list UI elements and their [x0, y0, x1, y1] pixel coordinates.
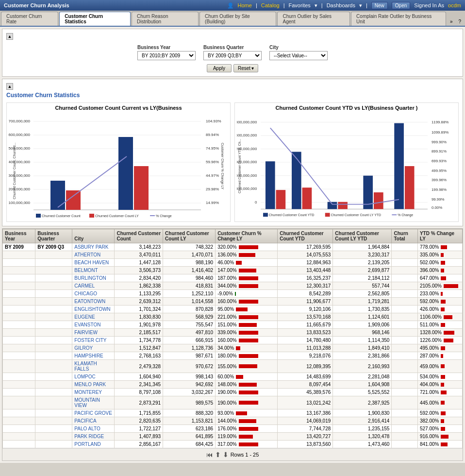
cell-city[interactable]: PARK RIDGE	[72, 433, 115, 441]
cell-churned-ytd: 14,069,019	[278, 417, 333, 425]
city-link[interactable]: PACIFICA	[74, 418, 96, 424]
city-link[interactable]: KLAMATH FALLS	[74, 361, 97, 372]
city-link[interactable]: FAIRVIEW	[74, 330, 98, 335]
business-year-select[interactable]: BY 2010;BY 2009	[137, 51, 196, 60]
cell-city[interactable]: ASBURY PARK	[72, 243, 115, 251]
cell-city[interactable]: MONTEREY	[72, 389, 115, 396]
tab-churn-outlier-site[interactable]: Churn Outlier by Site (Building)	[199, 12, 276, 26]
chart2-bar4b	[374, 192, 383, 209]
cell-churned-ly-ytd: 2,916,414	[333, 417, 392, 425]
cell-city[interactable]: CARMEL	[72, 282, 115, 290]
new-button[interactable]: New	[371, 2, 388, 9]
favorites-link[interactable]: Favorites	[289, 2, 311, 8]
cell-city[interactable]: PALO ALTO	[72, 425, 115, 433]
home-link[interactable]: Home	[238, 2, 252, 8]
cell-city[interactable]: ATHERTON	[72, 251, 115, 259]
cell-city[interactable]: BURLINGTON	[72, 274, 115, 282]
city-link[interactable]: BURLINGTON	[74, 275, 106, 281]
cell-ytd-pct: 396.00%	[417, 267, 462, 274]
open-button[interactable]: Open	[392, 2, 410, 9]
city-link[interactable]: BEACH HAVEN	[74, 260, 109, 265]
city-link[interactable]: LOMPOC	[74, 374, 95, 379]
cell-city[interactable]: GILROY	[72, 344, 115, 352]
catalog-link[interactable]: Catalog	[261, 2, 280, 8]
cell-city[interactable]: HAMPSHIRE	[72, 352, 115, 360]
city-link[interactable]: PALO ALTO	[74, 426, 100, 431]
city-link[interactable]: GILROY	[74, 345, 93, 351]
cell-city[interactable]: PACIFIC GROVE	[72, 409, 115, 417]
cell-city[interactable]: EUGENE	[72, 313, 115, 321]
cell-churned-count-ly: 1,252,110	[163, 290, 216, 298]
chart-collapse-btn[interactable]: ▲	[6, 83, 13, 90]
chart2-wrapper: Churned Customer Count YTD vs LY(Busines…	[234, 102, 459, 222]
cell-churned-count: 1,447,128	[115, 259, 163, 267]
cell-city[interactable]: CHICAGO	[72, 290, 115, 298]
cell-ytd-pct: 778.00%	[417, 243, 462, 251]
table-row: EUGENE1,830,830568,929 221.00% 13,570,16…	[3, 313, 463, 321]
cell-churned-count: 2,768,163	[115, 352, 163, 360]
tab-overflow[interactable]: »	[447, 17, 456, 26]
reset-button[interactable]: Reset ▾	[233, 64, 258, 72]
city-link[interactable]: MONTEREY	[74, 390, 102, 395]
city-link[interactable]: CARMEL	[74, 283, 95, 289]
cell-city[interactable]: FAIRVIEW	[72, 329, 115, 337]
cell-churned-count-ly: 870,828	[163, 306, 216, 313]
city-link[interactable]: EVANSTON	[74, 322, 100, 327]
cell-city[interactable]: EATONTOWN	[72, 298, 115, 306]
city-link[interactable]: HAMPSHIRE	[74, 353, 103, 358]
city-link[interactable]: PACIFIC GROVE	[74, 410, 112, 416]
city-link[interactable]: MENLO PARK	[74, 382, 106, 387]
cell-city[interactable]: FOSTER CITY	[72, 337, 115, 344]
cell-city[interactable]: PORTLAND	[72, 441, 115, 448]
cell-churned-ytd: 14,483,699	[278, 373, 333, 381]
next-page-icon[interactable]: ⬇	[223, 451, 229, 459]
city-select[interactable]: --Select Value--	[269, 51, 328, 60]
chart1-area: 700,000,000 600,000,000 500,000,000 400,…	[9, 113, 228, 220]
apply-button[interactable]: Apply	[207, 64, 232, 72]
cell-city[interactable]: PACIFICA	[72, 417, 115, 425]
cell-city[interactable]: EVANSTON	[72, 321, 115, 329]
cell-churn-total	[392, 337, 418, 344]
filter-collapse-btn[interactable]: ▲	[6, 33, 13, 40]
city-link[interactable]: CHICAGO	[74, 291, 97, 296]
cell-city[interactable]: BEACH HAVEN	[72, 259, 115, 267]
city-link[interactable]: ATHERTON	[74, 252, 100, 257]
prev-page-icon[interactable]: ⬆	[215, 451, 221, 459]
tab-churn-outlier-sales[interactable]: Churn Outlier by Sales Agent	[277, 12, 350, 26]
table-row: PALO ALTO1,722,127623,186 176.00% 7,744,…	[3, 425, 463, 433]
cell-city[interactable]: BELMONT	[72, 267, 115, 274]
city-link[interactable]: MOUNTAIN VIEW	[74, 397, 100, 408]
tab-customer-churn-statistics[interactable]: Customer Churn Statistics	[59, 12, 131, 26]
city-link[interactable]: EUGENE	[74, 314, 95, 320]
cell-city[interactable]: MOUNTAIN VIEW	[72, 396, 115, 409]
tab-complain-rate[interactable]: Complain Rate Outlier by Business Unit	[351, 12, 446, 26]
city-link[interactable]: ENGLISHTOWN	[74, 306, 110, 312]
cell-churned-count-ly: 666,915	[163, 337, 216, 344]
cell-churn-total	[392, 360, 418, 373]
tab-help[interactable]: ?	[455, 17, 464, 26]
tab-churn-reason-distribution[interactable]: Churn Reason Distribution	[132, 12, 199, 26]
chart1-bar1-current	[50, 181, 65, 210]
dashboards-link[interactable]: Dashboards	[327, 2, 355, 8]
table-row: PACIFIC GROVE1,715,855888,320 93.00% 13,…	[3, 409, 463, 417]
svg-text:699.93%: 699.93%	[432, 159, 447, 163]
cell-city[interactable]: MENLO PARK	[72, 381, 115, 389]
cell-city[interactable]: KLAMATH FALLS	[72, 360, 115, 373]
city-link[interactable]: PARK RIDGE	[74, 434, 104, 439]
city-link[interactable]: EATONTOWN	[74, 299, 105, 304]
first-page-icon[interactable]: ⏮	[206, 451, 213, 459]
tab-customer-churn-rate[interactable]: Customer Churn Rate	[1, 12, 58, 26]
cell-city[interactable]: LOMPOC	[72, 373, 115, 381]
cell-city[interactable]: ENGLISHTOWN	[72, 306, 115, 313]
cell-churn-pct: 344.00%	[216, 282, 278, 290]
chart2-bar2b	[302, 187, 312, 209]
city-link[interactable]: FOSTER CITY	[74, 338, 106, 343]
cell-churned-ytd: 13,021,242	[278, 396, 333, 409]
city-link[interactable]: PORTLAND	[74, 442, 100, 447]
business-quarter-select[interactable]: BY 2009 Q3;BY	[203, 51, 262, 60]
city-link[interactable]: BELMONT	[74, 268, 98, 273]
city-link[interactable]: ASBURY PARK	[74, 244, 108, 250]
chart2-bar3b	[338, 202, 348, 209]
svg-text:% Change: % Change	[156, 214, 172, 218]
cell-churned-count-ly: 1,470,071	[163, 251, 216, 259]
